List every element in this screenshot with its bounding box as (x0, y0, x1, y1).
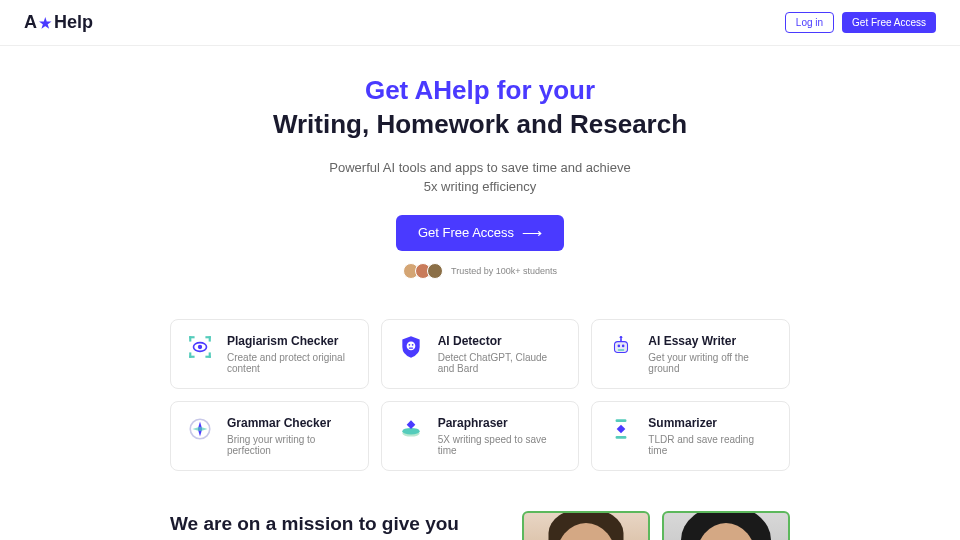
svg-point-10 (406, 341, 415, 350)
trust-avatars (403, 263, 443, 279)
tool-desc: TLDR and save reading time (648, 434, 773, 456)
testimonial-image (662, 511, 790, 540)
svg-rect-23 (616, 419, 627, 422)
hourglass-icon (608, 416, 634, 442)
tool-desc: 5X writing speed to save time (438, 434, 563, 456)
svg-point-16 (622, 344, 625, 347)
tool-ai-detector[interactable]: AI DetectorDetect ChatGPT, Claude and Ba… (381, 319, 580, 389)
svg-rect-24 (616, 436, 627, 439)
compass-icon (187, 416, 213, 442)
logo-suffix: Help (54, 12, 93, 33)
refresh-cube-icon (398, 416, 424, 442)
tool-grammar[interactable]: Grammar CheckerBring your writing to per… (170, 401, 369, 471)
hero-subtitle: Powerful AI tools and apps to save time … (20, 158, 940, 197)
avatar (427, 263, 443, 279)
tool-paraphraser[interactable]: Paraphraser5X writing speed to save time (381, 401, 580, 471)
hero: Get AHelp for your Writing, Homework and… (0, 46, 960, 299)
hero-title-line2: Writing, Homework and Research (273, 109, 687, 139)
tool-summarizer[interactable]: SummarizerTLDR and save reading time (591, 401, 790, 471)
mission-section: We are on a mission to give you the tool… (0, 487, 960, 540)
svg-point-19 (620, 336, 623, 339)
svg-point-12 (411, 344, 413, 346)
tool-desc: Create and protect original content (227, 352, 352, 374)
svg-rect-3 (209, 336, 211, 341)
svg-rect-13 (408, 347, 412, 348)
mission-text: We are on a mission to give you the tool… (170, 511, 482, 540)
header-actions: Log in Get Free Access (785, 12, 936, 33)
tool-plagiarism[interactable]: Plagiarism CheckerCreate and protect ori… (170, 319, 369, 389)
testimonial-image (522, 511, 650, 540)
header: A ★ Help Log in Get Free Access (0, 0, 960, 46)
trust-row: Trusted by 100k+ students (20, 263, 940, 279)
login-button[interactable]: Log in (785, 12, 834, 33)
svg-rect-5 (189, 352, 191, 357)
svg-point-9 (198, 344, 202, 348)
shield-robot-icon (398, 334, 424, 360)
tool-title: Grammar Checker (227, 416, 352, 430)
robot-icon (608, 334, 634, 360)
tools-grid: Plagiarism CheckerCreate and protect ori… (0, 299, 960, 487)
tool-desc: Detect ChatGPT, Claude and Bard (438, 352, 563, 374)
hero-title: Get AHelp for your Writing, Homework and… (20, 74, 940, 142)
hero-cta-button[interactable]: Get Free Access ⟶ (396, 215, 564, 251)
mission-heading: We are on a mission to give you the tool… (170, 511, 482, 540)
svg-point-15 (618, 344, 621, 347)
mission-images (522, 511, 790, 540)
svg-rect-1 (189, 336, 191, 341)
tool-essay-writer[interactable]: AI Essay WriterGet your writing off the … (591, 319, 790, 389)
logo-prefix: A (24, 12, 37, 33)
star-icon: ★ (39, 15, 52, 31)
tool-title: Paraphraser (438, 416, 563, 430)
tool-desc: Get your writing off the ground (648, 352, 773, 374)
logo[interactable]: A ★ Help (24, 12, 93, 33)
tool-desc: Bring your writing to perfection (227, 434, 352, 456)
trust-text: Trusted by 100k+ students (451, 266, 557, 276)
tool-title: Summarizer (648, 416, 773, 430)
hero-title-line1: Get AHelp for your (365, 75, 595, 105)
tool-title: AI Essay Writer (648, 334, 773, 348)
svg-rect-17 (618, 349, 625, 351)
tool-title: Plagiarism Checker (227, 334, 352, 348)
svg-point-11 (408, 344, 410, 346)
tool-title: AI Detector (438, 334, 563, 348)
svg-rect-7 (209, 352, 211, 357)
get-access-button[interactable]: Get Free Access (842, 12, 936, 33)
arrow-right-icon: ⟶ (522, 225, 542, 241)
eye-scan-icon (187, 334, 213, 360)
